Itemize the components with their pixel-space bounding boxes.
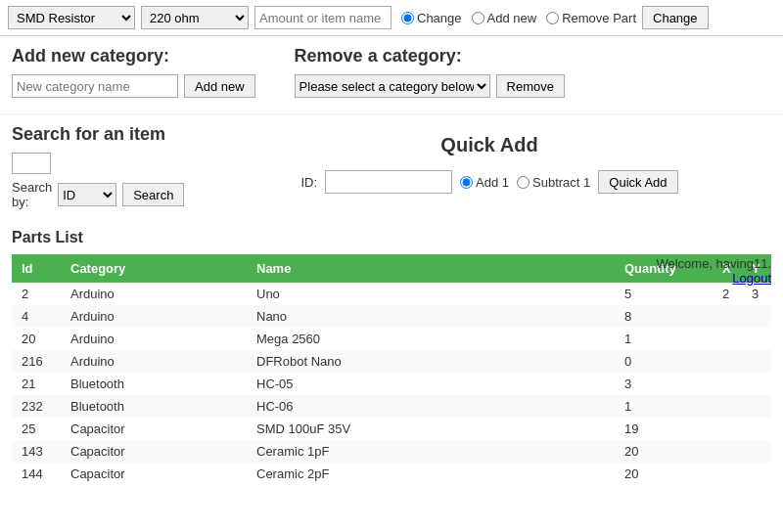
cell-category: Arduino [61,305,247,328]
cell-y [742,373,771,395]
quick-add-section: Quick Add ID: Add 1 Subtract 1 Quick Add [196,114,783,203]
cell-x [713,305,742,328]
radio-remove-part-label[interactable]: Remove Part [546,11,636,25]
cell-x [713,440,742,463]
cell-x: 2 [713,283,742,305]
remove-category-row: Please select a category below Arduino B… [295,74,565,98]
radio-add-new-label[interactable]: Add new [472,11,537,25]
cell-y [742,395,771,418]
table-row: 216ArduinoDFRobot Nano0 [12,350,771,373]
value-select[interactable]: 220 ohm 100 ohm 330 ohm 1k ohm [141,6,249,29]
search-section: Search for an item Search by: ID Name Ca… [0,114,196,209]
cell-y [742,418,771,440]
parts-table: Id Category Name Quantity X Y 2ArduinoUn… [12,254,771,485]
cell-y [742,350,771,373]
cell-quantity: 20 [615,440,713,463]
table-row: 2ArduinoUno523 [12,283,771,305]
col-category: Category [61,254,247,283]
cell-name: Nano [247,305,615,328]
cell-quantity: 5 [615,283,713,305]
quick-add-row: ID: Add 1 Subtract 1 Quick Add [215,170,763,194]
cell-id: 4 [12,305,61,328]
table-row: 143CapacitorCeramic 1pF20 [12,440,771,463]
cell-category: Arduino [61,328,247,350]
new-category-input[interactable] [12,74,178,98]
col-id: Id [12,254,61,283]
search-by-select[interactable]: ID Name Category [58,183,116,206]
table-row: 144CapacitorCeramic 2pF20 [12,463,771,485]
table-row: 4ArduinoNano8 [12,305,771,328]
cell-category: Arduino [61,350,247,373]
radio-add-new[interactable] [472,12,484,24]
radio-subtract-1[interactable] [517,176,530,189]
cell-quantity: 1 [615,395,713,418]
cell-y [742,305,771,328]
radio-add-1[interactable] [460,176,473,189]
search-by-label: Search by: [12,180,52,209]
cell-id: 144 [12,463,61,485]
radio-change[interactable] [401,12,414,24]
cell-y [742,463,771,485]
search-button[interactable]: Search [122,183,184,206]
quick-add-button[interactable]: Quick Add [598,170,677,194]
parts-table-body: 2ArduinoUno5234ArduinoNano820ArduinoMega… [12,283,771,485]
cell-name: DFRobot Nano [247,350,615,373]
parts-list-title: Parts List [12,229,771,246]
radio-change-label[interactable]: Change [401,11,462,25]
id-label: ID: [300,175,317,190]
category-select[interactable]: SMD Resistor Arduino Bluetooth Capacitor [8,6,135,29]
radio-subtract-1-text: Subtract 1 [532,175,590,190]
cell-category: Capacitor [61,440,247,463]
radio-change-text: Change [417,11,462,25]
cell-id: 143 [12,440,61,463]
radio-subtract-1-label[interactable]: Subtract 1 [517,175,590,190]
cell-quantity: 19 [615,418,713,440]
cell-name: HC-05 [247,373,615,395]
change-button[interactable]: Change [642,6,709,29]
cell-x [713,373,742,395]
add-new-button[interactable]: Add new [184,74,255,98]
cell-name: Ceramic 1pF [247,440,615,463]
cell-x [713,418,742,440]
cell-x [713,350,742,373]
cell-x [713,463,742,485]
table-row: 21BluetoothHC-053 [12,373,771,395]
item-input[interactable] [254,6,392,29]
welcome-area: Welcome, having11. Logout [656,256,771,286]
cell-quantity: 20 [615,463,713,485]
cell-y [742,328,771,350]
cell-name: Mega 2560 [247,328,615,350]
cell-category: Bluetooth [61,373,247,395]
category-sections: Add new category: Add new Remove a categ… [0,36,783,114]
cell-name: HC-06 [247,395,615,418]
radio-add-new-text: Add new [487,11,537,25]
cell-id: 25 [12,418,61,440]
quick-add-id-input[interactable] [325,170,452,194]
cell-id: 21 [12,373,61,395]
remove-button[interactable]: Remove [496,74,565,98]
cell-y [742,440,771,463]
welcome-text: Welcome, having11. [656,256,771,271]
search-input[interactable] [12,153,51,174]
cell-y: 3 [742,283,771,305]
search-title: Search for an item [12,124,184,145]
radio-remove-part-text: Remove Part [562,11,636,25]
radio-remove-part[interactable] [546,12,559,24]
remove-category-section: Remove a category: Please select a categ… [295,46,565,104]
radio-add-1-text: Add 1 [476,175,509,190]
cell-category: Capacitor [61,463,247,485]
cell-name: SMD 100uF 35V [247,418,615,440]
radio-add-1-label[interactable]: Add 1 [460,175,509,190]
logout-link[interactable]: Logout [656,271,771,286]
table-row: 20ArduinoMega 25601 [12,328,771,350]
cell-x [713,395,742,418]
table-row: 25CapacitorSMD 100uF 35V19 [12,418,771,440]
content-wrapper: Search for an item Search by: ID Name Ca… [0,114,783,209]
cell-id: 20 [12,328,61,350]
add-category-section: Add new category: Add new [12,46,255,104]
col-name: Name [247,254,615,283]
cell-name: Ceramic 2pF [247,463,615,485]
top-bar: SMD Resistor Arduino Bluetooth Capacitor… [0,0,783,36]
remove-category-select[interactable]: Please select a category below Arduino B… [295,74,490,98]
table-row: 232BluetoothHC-061 [12,395,771,418]
